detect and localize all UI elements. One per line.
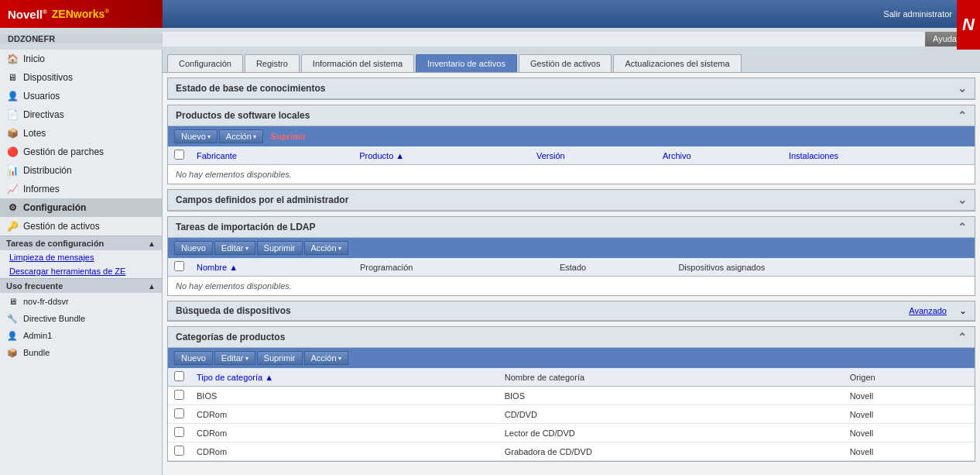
- productos-select-all-col: [168, 146, 190, 165]
- cat-col-tipo[interactable]: Tipo de categoría ▲: [190, 368, 499, 387]
- cat-row-origen: Novell: [844, 387, 975, 405]
- estado-bd-collapse-btn[interactable]: ⌄: [958, 82, 967, 95]
- tab-inventario-activos[interactable]: Inventario de activos: [416, 54, 517, 72]
- table-row: CDRom CD/DVD Novell: [168, 405, 975, 424]
- section-tareas-header: Tareas de importación de LDAP ⌃: [168, 217, 975, 238]
- tareas-select-all-col: [168, 258, 190, 277]
- cat-col-nombre[interactable]: Nombre de categoría: [499, 368, 844, 387]
- tareas-toolbar: Nuevo Editar ▾ Suprimir Acción ▾: [168, 238, 975, 258]
- campos-collapse-btn[interactable]: ⌄: [958, 194, 967, 206]
- section-estado-bd: Estado de base de conocimientos ⌄: [167, 77, 975, 100]
- sidebar-item-distribucion[interactable]: 📊 Distribución: [0, 161, 162, 180]
- section-tareas-body: Nuevo Editar ▾ Suprimir Acción ▾: [168, 238, 975, 295]
- tareas-suprimir-btn[interactable]: Suprimir: [257, 241, 303, 255]
- section-campos-admin: Campos definidos por el administrador ⌄: [167, 189, 975, 212]
- table-row: CDRom Lector de CD/DVD Novell: [168, 424, 975, 442]
- tareas-col-estado[interactable]: Estado: [553, 258, 672, 277]
- sidebar-item-inicio[interactable]: 🏠 Inicio: [0, 50, 162, 68]
- sidebar: 🏠 Inicio 🖥 Dispositivos 👤 Usuarios 📄 Dir…: [0, 50, 163, 475]
- tareas-collapse-btn[interactable]: ⌃: [958, 221, 967, 233]
- tareas-table: Nombre ▲ Programación Estado Dispositivo…: [168, 258, 975, 277]
- tareas-col-nombre[interactable]: Nombre ▲: [190, 258, 354, 277]
- tab-actualizaciones[interactable]: Actualizaciones del sistema: [613, 54, 741, 72]
- link-descargar[interactable]: Descargar herramientas de ZE: [0, 264, 162, 278]
- productos-collapse-btn[interactable]: ⌃: [958, 109, 967, 122]
- productos-col-fabricante[interactable]: Fabricante: [190, 146, 353, 165]
- sidebar-item-lotes[interactable]: 📦 Lotes: [0, 124, 162, 143]
- cat-row-nombre: BIOS: [499, 387, 844, 405]
- cat-row-nombre: Grabadora de CD/DVD: [499, 442, 844, 461]
- busqueda-advanced-link[interactable]: Avanzado: [909, 306, 947, 315]
- busqueda-collapse-btn[interactable]: ⌄: [959, 305, 967, 316]
- frecuente-bundle[interactable]: 📦 Bundle: [0, 344, 162, 361]
- categorias-toolbar: Nuevo Editar ▾ Suprimir Acción ▾: [168, 348, 975, 368]
- categorias-accion-btn[interactable]: Acción ▾: [304, 351, 348, 365]
- doc-icon: 📄: [6, 108, 19, 121]
- cat-row-tipo: CDRom: [190, 405, 499, 424]
- tareas-accion-btn[interactable]: Acción ▾: [304, 241, 348, 255]
- productos-select-all-checkbox[interactable]: [174, 150, 184, 160]
- cat-row-checkbox[interactable]: [168, 405, 190, 424]
- sidebar-item-informes[interactable]: 📈 Informes: [0, 180, 162, 198]
- patch-icon: 🔴: [6, 146, 19, 158]
- tareas-select-all-checkbox[interactable]: [174, 261, 184, 271]
- zone-title: DDZONEFR: [0, 34, 163, 43]
- tareas-nuevo-btn[interactable]: Nuevo: [174, 241, 213, 255]
- frecuente-directive-bundle[interactable]: 🔧 Directive Bundle: [0, 310, 162, 327]
- productos-col-instalaciones[interactable]: Instalaciones: [783, 146, 975, 165]
- link-limpieza[interactable]: Limpieza de mensajes: [0, 250, 162, 264]
- categorias-nuevo-btn[interactable]: Nuevo: [174, 351, 213, 365]
- assets-icon: 🔑: [6, 220, 19, 232]
- user-icon: 👤: [6, 90, 19, 102]
- content-area: Configuración Registro Información del s…: [163, 50, 980, 475]
- section-categorias-header: Categorías de productos ⌃: [168, 327, 975, 348]
- novell-logo-text: Novell®: [8, 8, 47, 21]
- sidebar-item-gestion-parches[interactable]: 🔴 Gestión de parches: [0, 143, 162, 161]
- cat-col-origen[interactable]: Origen: [844, 368, 975, 387]
- tab-info-sistema[interactable]: Información del sistema: [301, 54, 414, 72]
- cat-select-all-checkbox[interactable]: [174, 371, 184, 381]
- frecuente-admin1[interactable]: 👤 Admin1: [0, 327, 162, 344]
- productos-col-version[interactable]: Versión: [530, 146, 656, 165]
- salir-label[interactable]: Salir administrator: [883, 9, 952, 19]
- tareas-col-programacion[interactable]: Programación: [354, 258, 553, 277]
- cat-row-origen: Novell: [844, 405, 975, 424]
- categorias-suprimir-btn[interactable]: Suprimir: [257, 351, 303, 365]
- productos-nuevo-btn[interactable]: Nuevo ▾: [174, 129, 218, 143]
- sidebar-item-directivas[interactable]: 📄 Directivas: [0, 105, 162, 124]
- tareas-editar-btn[interactable]: Editar ▾: [214, 241, 255, 255]
- cat-row-checkbox[interactable]: [168, 442, 190, 461]
- cat-row-origen: Novell: [844, 424, 975, 442]
- cat-row-checkbox[interactable]: [168, 387, 190, 405]
- sidebar-item-usuarios[interactable]: 👤 Usuarios: [0, 87, 162, 105]
- table-row: BIOS BIOS Novell: [168, 387, 975, 405]
- productos-toolbar: Nuevo ▾ Acción ▾ Suprimir: [168, 126, 975, 146]
- frecuente-section-header[interactable]: Uso frecuente ▲: [0, 278, 162, 293]
- productos-col-archivo[interactable]: Archivo: [656, 146, 783, 165]
- cat-row-checkbox[interactable]: [168, 424, 190, 442]
- categorias-table: Tipo de categoría ▲ Nombre de categoría …: [168, 368, 975, 461]
- cat-row-origen: Novell: [844, 442, 975, 461]
- tab-configuracion[interactable]: Configuración: [167, 54, 243, 72]
- bundle-icon: 🔧: [6, 312, 19, 325]
- productos-accion-btn[interactable]: Acción ▾: [219, 129, 263, 143]
- categorias-collapse-btn[interactable]: ⌃: [958, 331, 967, 343]
- tab-registro[interactable]: Registro: [245, 54, 300, 72]
- tasks-section-header[interactable]: Tareas de configuración ▲: [0, 236, 162, 250]
- productos-suprimir-btn[interactable]: Suprimir: [265, 130, 312, 143]
- sidebar-item-gestion-activos[interactable]: 🔑 Gestión de activos: [0, 217, 162, 236]
- productos-empty-msg: No hay elementos disponibles.: [168, 165, 975, 184]
- sidebar-item-configuracion[interactable]: ⚙ Configuración: [0, 198, 162, 217]
- categorias-editar-btn[interactable]: Editar ▾: [214, 351, 255, 365]
- cat-row-nombre: Lector de CD/DVD: [499, 424, 844, 442]
- section-productos-body: Nuevo ▾ Acción ▾ Suprimir Fabricante: [168, 126, 975, 184]
- productos-col-producto[interactable]: Producto ▲: [353, 146, 530, 165]
- sidebar-item-dispositivos[interactable]: 🖥 Dispositivos: [0, 68, 162, 87]
- admin-icon: 👤: [6, 329, 19, 342]
- distribute-icon: 📊: [6, 164, 19, 177]
- tab-gestion-activos[interactable]: Gestión de activos: [519, 54, 612, 72]
- frecuente-nov-fr-ddsvr[interactable]: 🖥 nov-fr-ddsvr: [0, 293, 162, 310]
- tareas-col-dispositivos[interactable]: Dispositivos asignados: [672, 258, 975, 277]
- monitor-icon: 🖥: [6, 71, 19, 84]
- frecuente-collapse-icon: ▲: [148, 282, 156, 291]
